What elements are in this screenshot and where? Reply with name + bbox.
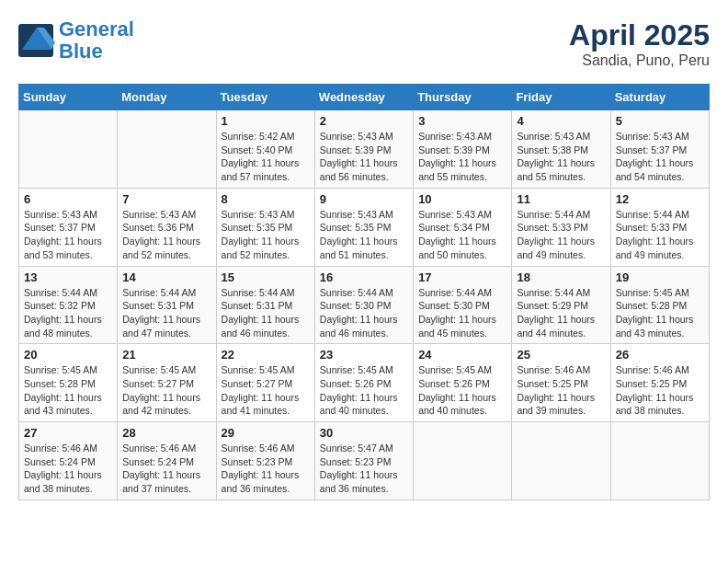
day-info: Sunrise: 5:46 AM Sunset: 5:24 PM Dayligh… [122,442,210,496]
day-info: Sunrise: 5:43 AM Sunset: 5:39 PM Dayligh… [320,130,408,184]
calendar-cell: 25Sunrise: 5:46 AM Sunset: 5:25 PM Dayli… [512,344,610,422]
logo-icon [18,24,55,57]
day-number: 12 [616,192,704,206]
title-block: April 2025 Sandia, Puno, Peru [569,18,710,69]
day-info: Sunrise: 5:43 AM Sunset: 5:38 PM Dayligh… [517,130,605,184]
day-number: 26 [616,348,704,362]
calendar-cell: 18Sunrise: 5:44 AM Sunset: 5:29 PM Dayli… [512,266,610,344]
calendar-cell: 8Sunrise: 5:43 AM Sunset: 5:35 PM Daylig… [216,188,314,266]
calendar-cell: 16Sunrise: 5:44 AM Sunset: 5:30 PM Dayli… [314,266,413,344]
calendar-cell [414,422,512,500]
day-number: 2 [320,114,408,128]
day-info: Sunrise: 5:45 AM Sunset: 5:28 PM Dayligh… [616,286,704,340]
weekday-header-row: SundayMondayTuesdayWednesdayThursdayFrid… [19,85,710,110]
week-row-2: 6Sunrise: 5:43 AM Sunset: 5:37 PM Daylig… [19,188,710,266]
calendar-cell: 20Sunrise: 5:45 AM Sunset: 5:28 PM Dayli… [19,344,118,422]
calendar-cell: 26Sunrise: 5:46 AM Sunset: 5:25 PM Dayli… [610,344,709,422]
day-info: Sunrise: 5:43 AM Sunset: 5:37 PM Dayligh… [24,208,112,262]
calendar-cell: 7Sunrise: 5:43 AM Sunset: 5:36 PM Daylig… [118,188,216,266]
calendar-subtitle: Sandia, Puno, Peru [569,52,710,69]
day-number: 25 [517,348,605,362]
day-info: Sunrise: 5:43 AM Sunset: 5:37 PM Dayligh… [616,130,704,184]
day-info: Sunrise: 5:43 AM Sunset: 5:36 PM Dayligh… [122,208,210,262]
logo: General Blue [18,18,134,63]
calendar-cell: 4Sunrise: 5:43 AM Sunset: 5:38 PM Daylig… [512,110,610,189]
weekday-header-wednesday: Wednesday [314,85,413,110]
day-number: 8 [222,192,310,206]
calendar-cell: 30Sunrise: 5:47 AM Sunset: 5:23 PM Dayli… [314,422,413,500]
calendar-cell: 6Sunrise: 5:43 AM Sunset: 5:37 PM Daylig… [19,188,118,266]
weekday-header-sunday: Sunday [19,85,118,110]
day-info: Sunrise: 5:44 AM Sunset: 5:30 PM Dayligh… [418,286,506,340]
day-number: 22 [222,348,310,362]
calendar-table: SundayMondayTuesdayWednesdayThursdayFrid… [18,84,710,500]
calendar-title: April 2025 [569,18,710,52]
day-number: 11 [517,192,605,206]
calendar-cell: 21Sunrise: 5:45 AM Sunset: 5:27 PM Dayli… [118,344,216,422]
day-number: 1 [222,114,310,128]
day-number: 17 [418,270,506,284]
week-row-4: 20Sunrise: 5:45 AM Sunset: 5:28 PM Dayli… [19,344,710,422]
calendar-cell: 10Sunrise: 5:43 AM Sunset: 5:34 PM Dayli… [414,188,512,266]
day-info: Sunrise: 5:45 AM Sunset: 5:26 PM Dayligh… [320,363,408,418]
weekday-header-saturday: Saturday [610,85,709,110]
day-info: Sunrise: 5:44 AM Sunset: 5:31 PM Dayligh… [222,286,310,340]
week-row-1: 1Sunrise: 5:42 AM Sunset: 5:40 PM Daylig… [19,110,710,189]
calendar-cell: 15Sunrise: 5:44 AM Sunset: 5:31 PM Dayli… [216,266,314,344]
day-info: Sunrise: 5:44 AM Sunset: 5:33 PM Dayligh… [616,208,704,262]
day-info: Sunrise: 5:46 AM Sunset: 5:25 PM Dayligh… [517,363,605,418]
calendar-cell: 5Sunrise: 5:43 AM Sunset: 5:37 PM Daylig… [610,110,709,189]
week-row-5: 27Sunrise: 5:46 AM Sunset: 5:24 PM Dayli… [19,422,710,500]
calendar-cell [512,422,610,500]
day-number: 18 [517,270,605,284]
day-info: Sunrise: 5:43 AM Sunset: 5:34 PM Dayligh… [418,208,506,262]
day-info: Sunrise: 5:46 AM Sunset: 5:25 PM Dayligh… [616,363,704,418]
calendar-cell [118,110,216,189]
day-info: Sunrise: 5:46 AM Sunset: 5:23 PM Dayligh… [222,442,310,496]
calendar-cell: 13Sunrise: 5:44 AM Sunset: 5:32 PM Dayli… [19,266,118,344]
calendar-cell: 14Sunrise: 5:44 AM Sunset: 5:31 PM Dayli… [118,266,216,344]
calendar-cell: 3Sunrise: 5:43 AM Sunset: 5:39 PM Daylig… [414,110,512,189]
calendar-cell: 1Sunrise: 5:42 AM Sunset: 5:40 PM Daylig… [216,110,314,189]
day-info: Sunrise: 5:42 AM Sunset: 5:40 PM Dayligh… [222,130,310,184]
day-number: 13 [24,270,112,284]
day-info: Sunrise: 5:43 AM Sunset: 5:39 PM Dayligh… [418,130,506,184]
calendar-cell: 23Sunrise: 5:45 AM Sunset: 5:26 PM Dayli… [314,344,413,422]
calendar-cell: 24Sunrise: 5:45 AM Sunset: 5:26 PM Dayli… [414,344,512,422]
week-row-3: 13Sunrise: 5:44 AM Sunset: 5:32 PM Dayli… [19,266,710,344]
weekday-header-thursday: Thursday [414,85,512,110]
day-number: 16 [320,270,408,284]
day-info: Sunrise: 5:43 AM Sunset: 5:35 PM Dayligh… [320,208,408,262]
day-info: Sunrise: 5:45 AM Sunset: 5:27 PM Dayligh… [222,363,310,418]
day-info: Sunrise: 5:45 AM Sunset: 5:28 PM Dayligh… [24,363,112,418]
day-number: 24 [418,348,506,362]
calendar-cell: 2Sunrise: 5:43 AM Sunset: 5:39 PM Daylig… [314,110,413,189]
weekday-header-tuesday: Tuesday [216,85,314,110]
calendar-cell [19,110,118,189]
calendar-cell: 27Sunrise: 5:46 AM Sunset: 5:24 PM Dayli… [19,422,118,500]
day-number: 3 [418,114,506,128]
day-info: Sunrise: 5:44 AM Sunset: 5:30 PM Dayligh… [320,286,408,340]
calendar-cell: 12Sunrise: 5:44 AM Sunset: 5:33 PM Dayli… [610,188,709,266]
day-number: 28 [122,426,210,440]
day-info: Sunrise: 5:44 AM Sunset: 5:29 PM Dayligh… [517,286,605,340]
day-info: Sunrise: 5:43 AM Sunset: 5:35 PM Dayligh… [222,208,310,262]
calendar-cell: 28Sunrise: 5:46 AM Sunset: 5:24 PM Dayli… [118,422,216,500]
calendar-cell: 29Sunrise: 5:46 AM Sunset: 5:23 PM Dayli… [216,422,314,500]
day-number: 4 [517,114,605,128]
day-number: 30 [320,426,408,440]
day-info: Sunrise: 5:44 AM Sunset: 5:31 PM Dayligh… [122,286,210,340]
day-number: 29 [222,426,310,440]
calendar-cell: 9Sunrise: 5:43 AM Sunset: 5:35 PM Daylig… [314,188,413,266]
weekday-header-friday: Friday [512,85,610,110]
day-number: 14 [122,270,210,284]
logo-blue: Blue [59,40,103,63]
calendar-cell: 19Sunrise: 5:45 AM Sunset: 5:28 PM Dayli… [610,266,709,344]
day-info: Sunrise: 5:47 AM Sunset: 5:23 PM Dayligh… [320,442,408,496]
logo-text: General Blue [59,18,134,63]
day-info: Sunrise: 5:44 AM Sunset: 5:32 PM Dayligh… [24,286,112,340]
day-info: Sunrise: 5:44 AM Sunset: 5:33 PM Dayligh… [517,208,605,262]
day-number: 15 [222,270,310,284]
day-number: 19 [616,270,704,284]
day-number: 10 [418,192,506,206]
